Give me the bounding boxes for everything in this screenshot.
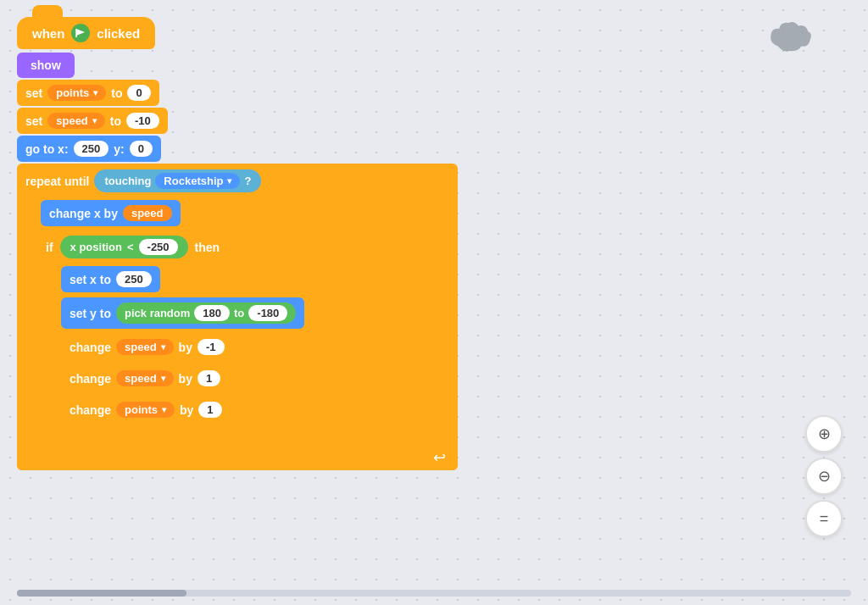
repeat-until-block[interactable]: repeat until touching Rocketship ▾ ? cha… <box>17 164 458 470</box>
zoom-reset-button[interactable]: = <box>805 500 843 537</box>
value-0[interactable]: 0 <box>127 85 150 101</box>
when-label: when <box>32 26 64 41</box>
to-value[interactable]: -180 <box>248 305 287 321</box>
if-block[interactable]: if x position < -250 then set x <box>37 230 458 441</box>
from-value[interactable]: 180 <box>194 305 230 321</box>
question-mark: ? <box>244 175 251 187</box>
speed-dropdown-1[interactable]: speed ▾ <box>116 339 174 355</box>
dropdown-arrow-speed2: ▾ <box>161 374 165 383</box>
set-speed-block[interactable]: set speed ▾ to -10 <box>17 108 168 134</box>
condition-wrapper[interactable]: x position < -250 <box>60 236 188 258</box>
zoom-in-button[interactable]: ⊕ <box>805 415 843 452</box>
to-label-2: to <box>110 114 121 128</box>
svg-marker-0 <box>76 29 85 36</box>
show-block[interactable]: show <box>17 53 75 78</box>
set-y-label: set y to <box>70 307 111 320</box>
change-x-label: change x by <box>49 207 118 220</box>
operator-label: < <box>127 241 134 253</box>
flag-icon <box>71 24 90 42</box>
speed-pill-orange[interactable]: speed <box>123 205 172 221</box>
dropdown-arrow-1: ▾ <box>93 88 97 97</box>
setx-value[interactable]: 250 <box>116 271 152 287</box>
dropdown-arrow-2: ▾ <box>92 116 97 125</box>
by-label-2: by <box>179 372 192 386</box>
dropdown-arrow-rocketship: ▾ <box>227 176 231 186</box>
points-variable-1[interactable]: points ▾ <box>47 85 106 101</box>
scrollbar-thumb[interactable] <box>17 590 186 597</box>
repeat-arrow: ↩ <box>433 448 446 467</box>
x-value[interactable]: 250 <box>74 141 109 157</box>
set-points-block[interactable]: set points ▾ to 0 <box>17 80 159 106</box>
x-position-label: x position <box>70 241 122 253</box>
if-header: if x position < -250 then <box>37 230 458 264</box>
zoom-controls: ⊕ ⊖ = <box>805 415 843 537</box>
scrollbar[interactable] <box>17 590 851 597</box>
points-by-value[interactable]: 1 <box>198 402 221 418</box>
change-label-1: change <box>70 341 111 354</box>
to-label-1: to <box>111 86 122 100</box>
value-neg10[interactable]: -10 <box>126 113 159 129</box>
speed-dropdown-2[interactable]: speed ▾ <box>116 370 174 386</box>
change-speed-1-block[interactable]: change speed ▾ by -1 <box>61 334 233 360</box>
show-label: show <box>31 58 61 72</box>
points-dropdown[interactable]: points ▾ <box>116 402 175 418</box>
goto-block[interactable]: go to x: 250 y: 0 <box>17 136 161 162</box>
if-label: if <box>46 241 53 254</box>
dropdown-arrow-points: ▾ <box>162 405 166 414</box>
sprite-shape <box>766 17 813 55</box>
y-value[interactable]: 0 <box>130 141 153 157</box>
change-x-block[interactable]: change x by speed <box>41 200 181 226</box>
zoom-out-icon: ⊖ <box>818 467 831 486</box>
by-label-3: by <box>180 403 193 417</box>
pos1-value[interactable]: 1 <box>198 370 220 386</box>
change-label-3: change <box>70 403 111 417</box>
pick-random-label: pick random <box>125 307 190 319</box>
pick-random-pill[interactable]: pick random 180 to -180 <box>116 302 296 324</box>
repeat-header: repeat until touching Rocketship ▾ ? <box>17 164 458 198</box>
rocketship-pill[interactable]: Rocketship ▾ <box>155 173 240 189</box>
sprite-thumbnail <box>766 17 817 59</box>
change-speed-2-block[interactable]: change speed ▾ by 1 <box>61 365 229 391</box>
zoom-in-icon: ⊕ <box>818 425 831 443</box>
zoom-reset-icon: = <box>820 510 829 528</box>
speed-variable-1[interactable]: speed ▾ <box>47 113 105 129</box>
set-label-1: set <box>25 86 42 100</box>
set-x-block[interactable]: set x to 250 <box>61 266 160 292</box>
touching-condition[interactable]: touching Rocketship ▾ ? <box>94 169 261 192</box>
set-label-2: set <box>25 114 42 128</box>
change-label-2: change <box>70 372 111 386</box>
neg250-value[interactable]: -250 <box>139 239 178 255</box>
by-label-1: by <box>179 341 192 354</box>
clicked-label: clicked <box>97 26 140 41</box>
touching-label: touching <box>104 175 151 187</box>
then-label: then <box>195 241 220 254</box>
to-label-pick: to <box>234 307 244 319</box>
neg1-value[interactable]: -1 <box>198 339 225 355</box>
zoom-out-button[interactable]: ⊖ <box>805 458 843 495</box>
set-x-label: set x to <box>70 273 111 286</box>
goto-label: go to x: <box>25 142 69 156</box>
y-label: y: <box>114 142 124 156</box>
set-y-block[interactable]: set y to pick random 180 to -180 <box>61 297 304 329</box>
change-points-block[interactable]: change points ▾ by 1 <box>61 397 231 423</box>
repeat-until-label: repeat until <box>25 175 89 188</box>
when-clicked-block[interactable]: when clicked <box>17 17 155 49</box>
dropdown-arrow-speed1: ▾ <box>161 342 165 352</box>
